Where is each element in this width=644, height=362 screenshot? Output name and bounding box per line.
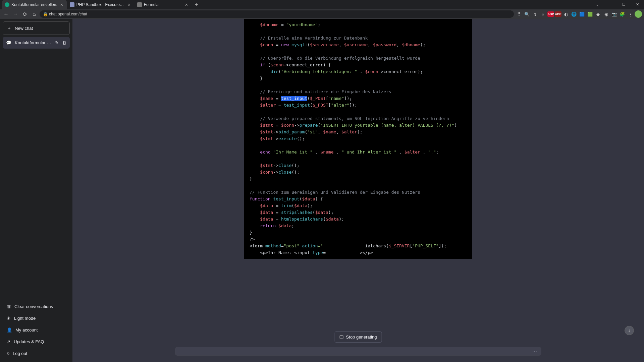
favicon-chatgpt-icon	[5, 2, 9, 7]
tok: htmlspecialchars	[281, 217, 323, 222]
tok: action	[302, 243, 318, 248]
tab-close-icon[interactable]: ×	[59, 2, 64, 7]
zoom-icon[interactable]: 🔍	[523, 10, 531, 18]
tok: =	[323, 250, 326, 255]
tok: <p>Ihr Name: <input	[260, 250, 313, 255]
tok: $conn	[260, 42, 273, 47]
tok: (	[300, 196, 302, 201]
tok: ->	[273, 136, 278, 141]
light-label: Light mode	[14, 316, 36, 321]
ext-icon[interactable]: ◐	[562, 10, 570, 18]
tok: }	[260, 76, 263, 81]
tok: );	[339, 217, 344, 222]
caret-down-icon[interactable]: ⌄	[590, 0, 604, 9]
tok: $data	[260, 217, 273, 222]
ext-icon[interactable]: 🟦	[578, 10, 586, 18]
link-icon: ↗	[7, 339, 10, 344]
tok: execute	[278, 136, 297, 141]
back-button[interactable]: ←	[2, 10, 10, 18]
window-close-icon[interactable]: ✕	[631, 0, 644, 9]
person-icon: 👤	[7, 327, 12, 333]
tok: "."	[428, 149, 436, 155]
forward-button[interactable]: →	[11, 10, 19, 18]
adblock-icon[interactable]: ABP	[547, 11, 554, 17]
clear-conversations[interactable]: 🗑 Clear conversations	[3, 301, 70, 312]
tab-close-icon[interactable]: ×	[127, 2, 131, 7]
new-chat-button[interactable]: ＋ New chat	[3, 21, 70, 35]
ext-icon[interactable]: 🌐	[570, 10, 578, 18]
browser-tab-1[interactable]: PHP Sandbox - Execute PHP cod ×	[67, 0, 134, 9]
tok: .	[396, 149, 404, 155]
tab-title: Kontaktformular erstellen.	[11, 2, 57, 7]
light-mode[interactable]: ☀ Light mode	[3, 312, 70, 324]
conversation-item[interactable]: 💬 Kontaktformular erstell ✎ 🗑	[3, 37, 70, 49]
tok: $alter	[260, 103, 276, 108]
chat-icon: 💬	[6, 40, 11, 45]
tok: (	[265, 62, 271, 67]
tok: stripslashes	[281, 210, 313, 215]
tok: "name"	[328, 96, 344, 101]
tok: );	[307, 203, 313, 208]
tok: " und Ihr Alter ist "	[341, 149, 396, 155]
tok: }	[250, 176, 252, 181]
tok: =	[273, 42, 281, 47]
adblock2-icon[interactable]: ABP	[555, 11, 561, 17]
extensions-icon[interactable]: 🧩	[619, 10, 626, 18]
share-icon[interactable]: ⇪	[531, 10, 539, 18]
window-minimize-icon[interactable]: —	[604, 0, 617, 9]
tok: ;	[436, 149, 439, 155]
tok: echo	[260, 149, 270, 155]
ext-icon[interactable]: ◆	[594, 10, 602, 18]
chat-input[interactable]: ⋯	[175, 347, 541, 355]
bookmark-icon[interactable]: ☆	[539, 10, 547, 18]
clear-label: Clear conversations	[14, 304, 53, 309]
stop-label: Stop generating	[346, 335, 377, 340]
my-account[interactable]: 👤 My account	[3, 324, 70, 336]
tok: ();	[291, 163, 299, 168]
ext-icon[interactable]: ◉	[602, 10, 610, 18]
ext-icon[interactable]: 📷	[610, 10, 618, 18]
tok: =	[273, 217, 281, 222]
tok: $_POST	[310, 96, 326, 101]
ext-icon[interactable]: 🟩	[586, 10, 594, 18]
home-button[interactable]: ⌂	[30, 10, 38, 18]
tok: close	[278, 163, 291, 168]
tok: ;	[291, 223, 294, 228]
tok: ->	[294, 123, 300, 128]
tok: (	[323, 217, 326, 222]
browser-tab-2[interactable]: Formular ×	[135, 0, 192, 9]
tok: ();	[291, 170, 299, 175]
tok: $password	[373, 42, 396, 47]
translate-icon[interactable]: ⠿	[515, 10, 523, 18]
tok: // Funktion zum Bereinigen und Validiere…	[250, 190, 420, 195]
tok: $data	[302, 196, 315, 201]
delete-icon[interactable]: 🗑	[62, 40, 66, 45]
tok: ();	[297, 136, 305, 141]
tok: "Verbindung fehlgeschlagen: "	[281, 69, 357, 74]
main-content: $dbname = "yourdbname"; // Erstelle eine…	[72, 19, 644, 362]
stop-icon	[340, 335, 343, 339]
tok: ,	[318, 129, 323, 134]
menu-icon[interactable]: ⋮	[627, 10, 634, 18]
tok: test_input	[271, 196, 300, 201]
browser-tab-bar: Kontaktformular erstellen. × PHP Sandbox…	[0, 0, 644, 9]
tok: $stmt	[260, 136, 273, 141]
edit-icon[interactable]: ✎	[55, 40, 59, 45]
code-block[interactable]: $dbname = "yourdbname"; // Erstelle eine…	[244, 19, 472, 259]
tok: die	[271, 69, 278, 74]
tok: $stmt	[260, 123, 273, 128]
reload-button[interactable]: ⟳	[21, 10, 29, 18]
tok: .	[313, 149, 320, 155]
updates-faq[interactable]: ↗ Updates & FAQ	[3, 336, 70, 348]
send-icon[interactable]: ⋯	[532, 349, 537, 354]
tab-close-icon[interactable]: ×	[184, 2, 189, 7]
tok: ialchars(	[365, 243, 388, 248]
avatar-icon[interactable]	[635, 10, 642, 18]
scroll-to-bottom-button[interactable]: ↓	[625, 326, 634, 335]
stop-generating-button[interactable]: Stop generating	[335, 331, 382, 343]
window-maximize-icon[interactable]: ☐	[617, 0, 631, 9]
address-bar[interactable]: 🔒 chat.openai.com/chat	[40, 10, 514, 18]
new-tab-button[interactable]: +	[192, 0, 201, 9]
browser-tab-0[interactable]: Kontaktformular erstellen. ×	[2, 0, 67, 9]
logout[interactable]: ⎋ Log out	[3, 348, 70, 359]
